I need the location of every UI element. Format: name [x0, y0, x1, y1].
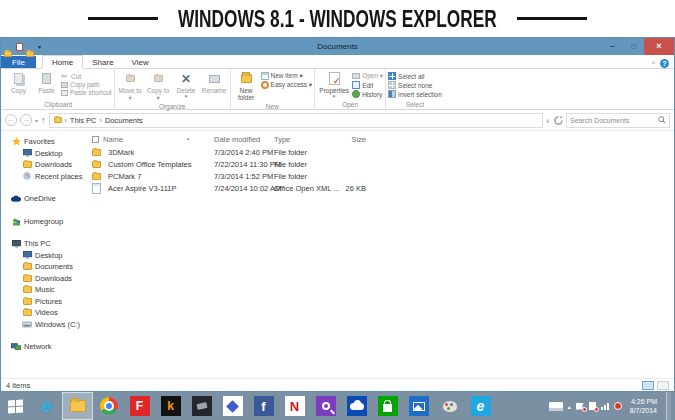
device-icon[interactable]	[589, 402, 596, 410]
taskbar-paint-button[interactable]	[434, 392, 465, 420]
address-bar: ← → ▾ ↑ › This PC › Documents ∨	[1, 110, 674, 131]
edit-button[interactable]: Edit	[352, 81, 383, 89]
up-button[interactable]: ↑	[41, 115, 46, 125]
sidebar-item-pc-windows-c[interactable]: Windows (C:)	[1, 319, 87, 331]
new-folder-button[interactable]: New folder	[233, 70, 260, 102]
help-icon[interactable]: ?	[660, 59, 669, 68]
recent-locations-icon[interactable]: ▾	[35, 117, 38, 124]
taskbar-dark-app-button[interactable]	[186, 392, 217, 420]
select-all-checkbox[interactable]	[92, 136, 99, 143]
tray-chevron-icon[interactable]: ▴	[568, 403, 571, 410]
file-row-custom-office-templates[interactable]: Custom Office Templates 7/22/2014 11:30 …	[87, 158, 674, 170]
copy-button[interactable]: Copy	[5, 70, 32, 94]
sidebar-item-onedrive[interactable]: OneDrive	[1, 193, 87, 205]
minimize-button[interactable]: –	[602, 38, 623, 55]
sidebar-item-this-pc[interactable]: This PC	[1, 238, 87, 250]
cut-button[interactable]: ✂ Cut	[61, 72, 112, 80]
taskbar-facebook-button[interactable]: f	[248, 392, 279, 420]
action-center-flag-icon[interactable]	[576, 403, 584, 410]
sidebar-item-pc-desktop[interactable]: Desktop	[1, 250, 87, 262]
taskbar-search-app-button[interactable]	[310, 392, 341, 420]
volume-status-icon[interactable]	[614, 402, 622, 410]
sidebar-item-network[interactable]: Network	[1, 341, 87, 353]
tab-file[interactable]: File	[1, 56, 36, 68]
back-button[interactable]: ←	[5, 114, 17, 126]
delete-dropdown-icon[interactable]: ▾	[185, 94, 188, 99]
start-button[interactable]	[0, 392, 31, 420]
select-all-button[interactable]: Select all	[388, 72, 442, 80]
paste-button[interactable]: Paste	[33, 70, 60, 94]
ribbon-collapse-icon[interactable]: ^	[652, 60, 655, 67]
sidebar-item-pc-pictures[interactable]: Pictures	[1, 296, 87, 308]
file-row-3dmark[interactable]: 3DMark 7/3/2014 2:40 PM File folder	[87, 146, 674, 158]
taskbar-ie-metro-button[interactable]: e	[465, 392, 496, 420]
details-view-toggle[interactable]	[642, 381, 654, 390]
column-type[interactable]: Type	[274, 135, 332, 144]
sidebar-item-downloads[interactable]: Downloads	[1, 159, 87, 171]
taskbar-metro-app-button[interactable]	[217, 392, 248, 420]
tab-view[interactable]: View	[123, 56, 158, 68]
show-desktop-button[interactable]	[666, 392, 671, 420]
forward-button[interactable]: →	[20, 114, 32, 126]
select-none-button[interactable]: Select none	[388, 81, 442, 89]
taskbar-chrome-button[interactable]	[93, 392, 124, 420]
breadcrumb-documents[interactable]: Documents	[105, 116, 143, 125]
navigation-pane: Favorites Desktop Downloads Recent place…	[1, 131, 87, 378]
titlebar[interactable]: ▾ Documents – □ ×	[1, 38, 674, 55]
sidebar-item-pc-videos[interactable]: Videos	[1, 307, 87, 319]
sidebar-item-favorites[interactable]: Favorites	[1, 136, 87, 148]
videos-folder-icon	[22, 308, 32, 317]
file-row-pcmark7[interactable]: PCMark 7 7/3/2014 1:52 PM File folder	[87, 170, 674, 182]
search-box[interactable]	[566, 113, 670, 128]
breadcrumb[interactable]: › This PC › Documents	[49, 113, 543, 128]
search-icon[interactable]	[658, 116, 666, 124]
sidebar-item-recent-places[interactable]: Recent places	[1, 171, 87, 183]
invert-selection-button[interactable]: Invert selection	[388, 90, 442, 98]
tab-share[interactable]: Share	[83, 56, 122, 68]
search-input[interactable]	[570, 117, 658, 124]
easy-access-button[interactable]: Easy access ▾	[261, 81, 313, 89]
touch-keyboard-icon[interactable]	[549, 402, 563, 411]
address-dropdown-icon[interactable]: ∨	[546, 117, 550, 124]
properties-dropdown-icon[interactable]: ▾	[333, 94, 336, 99]
delete-icon: ✕	[181, 71, 191, 86]
sidebar-item-pc-music[interactable]: Music	[1, 284, 87, 296]
sidebar-item-pc-documents[interactable]: Documents	[1, 261, 87, 273]
sidebar-item-pc-downloads[interactable]: Downloads	[1, 273, 87, 285]
sidebar-item-desktop[interactable]: Desktop	[1, 148, 87, 160]
column-date-modified[interactable]: Date modified	[214, 135, 274, 144]
copy-to-button[interactable]: Copy to ▾	[145, 70, 172, 102]
column-name[interactable]: Name	[103, 135, 123, 144]
sidebar-item-homegroup[interactable]: Homegroup	[1, 216, 87, 228]
copy-to-icon	[154, 71, 163, 86]
paste-shortcut-button[interactable]: Paste shortcut	[61, 89, 112, 96]
file-row-acer-aspire[interactable]: Acer Aspire V3-111P 7/24/2014 10:02 AM O…	[87, 182, 674, 194]
taskbar-ie-button[interactable]: e	[31, 392, 62, 420]
taskbar-flipboard-button[interactable]: F	[124, 392, 155, 420]
open-button[interactable]: Open ▾	[352, 72, 383, 80]
taskbar-store-button[interactable]	[372, 392, 403, 420]
close-button[interactable]: ×	[644, 38, 674, 55]
taskbar-clock[interactable]: 4:26 PM 8/7/2014	[627, 397, 657, 415]
copy-path-button[interactable]: Copy path	[61, 81, 112, 88]
tab-home[interactable]: Home	[42, 55, 83, 69]
delete-button[interactable]: ✕ Delete ▾	[173, 70, 200, 99]
move-to-button[interactable]: Move to ▾	[117, 70, 144, 102]
taskbar-onedrive-button[interactable]	[341, 392, 372, 420]
taskbar-kindle-button[interactable]: k	[155, 392, 186, 420]
column-size[interactable]: Size	[332, 135, 366, 144]
taskbar-photos-button[interactable]	[403, 392, 434, 420]
properties-button[interactable]: Properties ▾	[317, 70, 351, 99]
breadcrumb-this-pc[interactable]: This PC	[70, 116, 97, 125]
history-button[interactable]: History	[352, 90, 383, 98]
move-to-icon	[126, 71, 135, 86]
network-signal-icon[interactable]	[601, 403, 609, 410]
monitor-icon	[22, 149, 32, 158]
taskbar-explorer-button[interactable]	[62, 392, 93, 420]
taskbar-netflix-button[interactable]: N	[279, 392, 310, 420]
refresh-icon[interactable]	[554, 116, 563, 125]
maximize-button[interactable]: □	[623, 38, 644, 55]
rename-button[interactable]: Rename	[201, 70, 228, 94]
new-item-button[interactable]: New item ▾	[261, 72, 313, 80]
large-icons-view-toggle[interactable]	[657, 381, 669, 390]
